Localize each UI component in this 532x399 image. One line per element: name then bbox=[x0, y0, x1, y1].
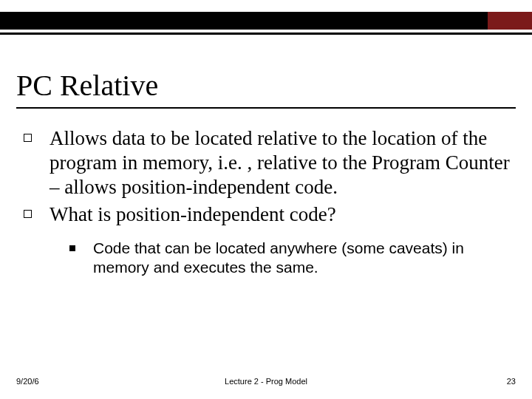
sub-bullet-list: Code that can be located anywhere (some … bbox=[24, 239, 516, 278]
header-rule bbox=[0, 33, 532, 35]
header-accent bbox=[488, 12, 532, 30]
footer-date: 9/20/6 bbox=[16, 377, 39, 386]
slide-title: PC Relative bbox=[16, 68, 516, 103]
bullet-text: Allows data to be located relative to th… bbox=[50, 126, 516, 200]
square-bullet-icon bbox=[24, 134, 32, 142]
list-item: Code that can be located anywhere (some … bbox=[69, 239, 516, 278]
filled-square-bullet-icon bbox=[69, 245, 75, 251]
slide-content: PC Relative Allows data to be located re… bbox=[16, 68, 516, 277]
list-item: What is position-independent code? bbox=[24, 202, 516, 227]
footer-page-number: 23 bbox=[507, 377, 516, 386]
sub-bullet-text: Code that can be located anywhere (some … bbox=[93, 239, 516, 278]
square-bullet-icon bbox=[24, 210, 32, 218]
bullet-list: Allows data to be located relative to th… bbox=[16, 126, 516, 277]
title-rule bbox=[16, 107, 516, 109]
bullet-text: What is position-independent code? bbox=[50, 202, 336, 227]
header-bar bbox=[0, 12, 532, 30]
footer-title: Lecture 2 - Prog Model bbox=[225, 377, 307, 386]
list-item: Allows data to be located relative to th… bbox=[24, 126, 516, 200]
